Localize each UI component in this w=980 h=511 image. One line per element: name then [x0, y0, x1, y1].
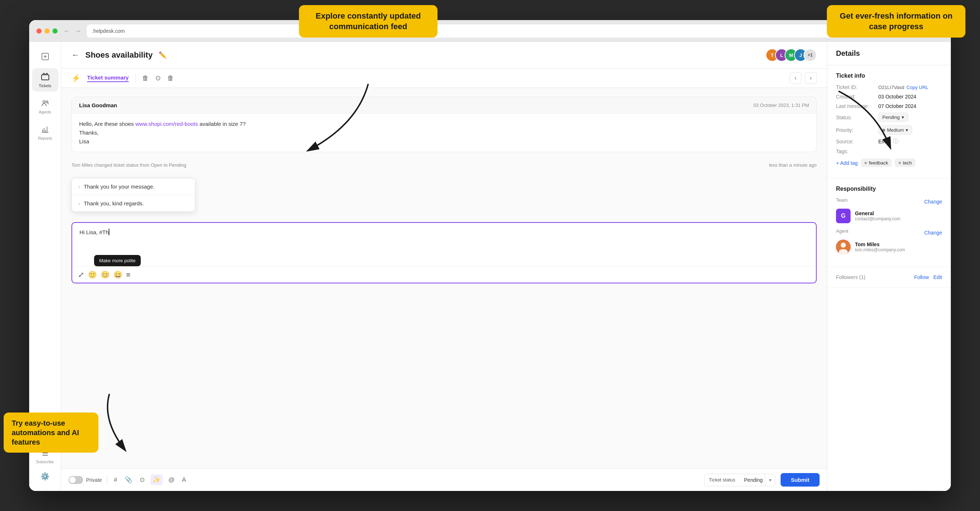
autocomplete-item-1[interactable]: ‹ Thank you for your message. [72, 178, 195, 195]
message-time: 03 October 2023, 1:31 PM [754, 102, 809, 108]
source-info-icon[interactable]: ⓘ [893, 138, 898, 145]
status-badge[interactable]: Pending ▾ [878, 113, 908, 122]
follow-button[interactable]: Follow [914, 274, 929, 280]
last-message-row: Last message: 07 October 2024 [836, 103, 942, 109]
agent-email: tom.miles@company.com [855, 247, 905, 252]
sidebar-item-tickets[interactable]: Tickets [32, 68, 58, 92]
agent-change-button[interactable]: Change [924, 230, 942, 236]
agent-info: Tom Miles tom.miles@company.com [855, 242, 905, 252]
reports-icon [40, 124, 50, 135]
back-nav-button[interactable]: ← [64, 27, 70, 35]
agent-avatar [836, 240, 851, 254]
callout-top-text: Explore constantly updated communication… [316, 11, 421, 31]
emoji-toolbar: ⤢ 🙂 😊 😄 ≡ [72, 266, 816, 283]
team-header: Team Change [836, 197, 942, 206]
created-value: 03 October 2024 [878, 94, 916, 100]
copy-url-button[interactable]: Copy URL [906, 84, 928, 90]
status-caret-icon[interactable]: ▾ [765, 474, 775, 486]
autocomplete-text-1: Thank you for your message. [84, 183, 154, 189]
agent-name: Tom Miles [855, 242, 905, 247]
ticket-status-label: Ticket status [705, 474, 740, 486]
header-avatars: T L M J +1 [765, 48, 817, 62]
sidebar-item-settings[interactable]: ⚙️ [32, 468, 58, 485]
callout-left-text: Try easy-to-use automations and AI featu… [12, 419, 79, 446]
responsibility-title: Responsibility [836, 186, 876, 192]
message-body: Hello, Are these shoes www.shopi.com/red… [72, 114, 816, 152]
bottom-right: Ticket status Pending ▾ Submit [704, 473, 819, 487]
attachment-btn[interactable]: 📎 [123, 474, 134, 485]
text-format-btn[interactable]: A [180, 475, 188, 485]
responsibility-header: Responsibility [836, 186, 942, 192]
timer-action[interactable]: ⊙ [155, 74, 161, 82]
chevron-left-icon-1: ‹ [78, 184, 80, 189]
edit-followers-button[interactable]: Edit [933, 274, 942, 280]
ticket-title: Shoes availability [85, 50, 153, 60]
autocomplete-text-2: Thank you, kind regards. [84, 200, 144, 207]
format-list-icon[interactable]: ≡ [126, 271, 130, 279]
priority-badge[interactable]: Medium ▾ [878, 126, 912, 135]
back-button[interactable]: ← [72, 50, 80, 60]
browser-nav: ← → [64, 27, 81, 35]
ai-tooltip: Make more polite [72, 252, 816, 266]
agent-row: Tom Miles tom.miles@company.com [836, 240, 942, 254]
tag-tech: × tech [895, 159, 915, 167]
browser-chrome: ← → .helpdesk.com 🎙 [29, 20, 951, 42]
ai-format-btn[interactable]: ✨ [151, 474, 162, 485]
status-badge-value: Pending [882, 115, 900, 120]
message-link[interactable]: www.shopi.com/red-boots [135, 121, 198, 127]
url-text: .helpdesk.com [92, 28, 125, 34]
archive-action[interactable]: 🗑 [167, 75, 174, 82]
circle-btn[interactable]: ⊙ [138, 474, 146, 485]
sidebar-reports-label: Reports [38, 136, 52, 140]
status-info-label: Status: [836, 115, 876, 120]
maximize-dot[interactable] [52, 29, 57, 33]
followers-label: Followers (1) [836, 274, 865, 280]
reply-box[interactable]: Hi Lisa, #Th Make more polite ⤢ 🙂 😊 😄 ≡ [72, 222, 817, 283]
status-row: Status: Pending ▾ [836, 113, 942, 122]
edit-icon[interactable]: ✏️ [159, 51, 167, 59]
add-tag-button[interactable]: + Add tag [836, 160, 858, 166]
forward-nav-button[interactable]: → [75, 27, 81, 35]
ticket-summary-tab[interactable]: Ticket summary [87, 75, 129, 82]
sidebar-item-reports[interactable]: Reports [32, 121, 58, 144]
toggle-knob [69, 477, 76, 483]
sidebar-item-compose[interactable] [32, 48, 58, 65]
expand-icon[interactable]: ⤢ [78, 270, 84, 279]
hashtag-btn[interactable]: # [112, 475, 118, 485]
toggle-switch[interactable] [68, 476, 83, 484]
compose-icon [40, 51, 50, 62]
ticket-toolbar: ⚡ Ticket summary 🗑 ⊙ 🗑 ‹ › [61, 68, 827, 88]
team-change-button[interactable]: Change [924, 199, 942, 205]
source-value: Email [878, 138, 891, 145]
status-change-row: Tom Miles changed ticket status from Ope… [72, 159, 817, 171]
app-layout: Tickets Agents Reports ☰ Subscribe [29, 42, 951, 491]
autocomplete-item-2[interactable]: ‹ Thank you, kind regards. [72, 195, 195, 212]
submit-button[interactable]: Submit [781, 473, 819, 487]
sidebar-item-agents[interactable]: Agents [32, 94, 58, 118]
tag-feedback-label: feedback [869, 160, 888, 166]
message-header: Lisa Goodman 03 October 2023, 1:31 PM [72, 97, 816, 114]
message-sender: Lisa Goodman [79, 102, 117, 108]
emoji-smile-3[interactable]: 😄 [113, 270, 123, 279]
next-ticket-button[interactable]: › [805, 72, 817, 84]
delete-action[interactable]: 🗑 [142, 75, 149, 82]
tags-row: + Add tag × feedback × tech [836, 159, 915, 167]
tag-feedback-remove[interactable]: × [864, 160, 867, 166]
ticket-id-row: Ticket ID: O21LI7Vasd Copy URL [836, 84, 942, 90]
minimize-dot[interactable] [45, 29, 49, 33]
ticket-status-selector[interactable]: Ticket status Pending ▾ [704, 474, 775, 486]
close-dot[interactable] [37, 29, 41, 33]
url-bar[interactable]: .helpdesk.com 🎙 [87, 24, 943, 38]
ticket-id-label: Ticket ID: [836, 84, 876, 90]
status-badge-caret: ▾ [902, 115, 904, 120]
tag-tech-remove[interactable]: × [898, 160, 901, 166]
emoji-smile-1[interactable]: 🙂 [88, 270, 97, 279]
priority-info-label: Priority: [836, 127, 876, 133]
emoji-smile-2[interactable]: 😊 [100, 270, 110, 279]
reply-content[interactable]: Hi Lisa, #Th [72, 223, 816, 252]
lightning-button[interactable]: ⚡ [72, 74, 81, 83]
svg-point-5 [841, 242, 846, 248]
mention-btn[interactable]: @ [167, 475, 176, 485]
prev-ticket-button[interactable]: ‹ [790, 72, 801, 84]
priority-dot [882, 129, 885, 132]
